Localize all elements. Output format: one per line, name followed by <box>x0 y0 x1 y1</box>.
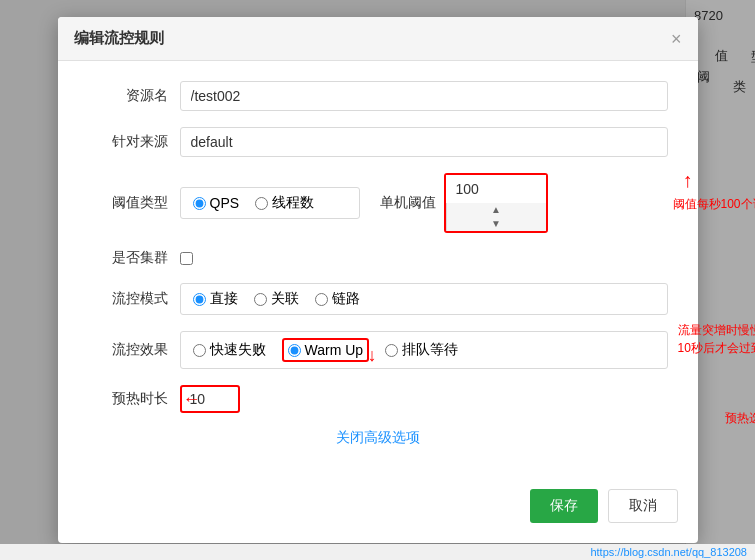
resource-input[interactable] <box>180 81 668 111</box>
threshold-type-options: QPS 线程数 <box>180 187 360 219</box>
warmup-down-arrow: ↓ <box>368 345 377 366</box>
annotation-warmup: 流量突增时慢慢的涨，经过 10秒后才会过到阈值100 <box>678 321 756 357</box>
source-label: 针对来源 <box>88 133 168 151</box>
fast-fail-radio[interactable] <box>193 344 206 357</box>
modal-body: 资源名 针对来源 阈值类型 QPS 线程数 <box>58 61 698 477</box>
threshold-type-label: 阈值类型 <box>88 194 168 212</box>
preheat-label: 预热时长 <box>88 390 168 408</box>
queue-label: 排队等待 <box>402 341 458 359</box>
annotation-warmup-seconds: 10秒后才会过到阈值100 <box>678 339 756 357</box>
single-threshold-label: 单机阈值 <box>380 194 436 212</box>
chain-option[interactable]: 链路 <box>315 290 360 308</box>
close-advanced-link[interactable]: 关闭高级选项 <box>336 429 420 445</box>
modal-overlay: 编辑流控规则 × 资源名 针对来源 阈值类型 QPS <box>0 0 755 560</box>
flow-effect-options: 快速失败 Warm Up 排队等待 <box>180 331 668 369</box>
modal-footer: 保存 取消 <box>58 477 698 543</box>
flow-effect-row: 流控效果 快速失败 Warm Up 排队等待 <box>88 331 668 369</box>
annotation-preheat: 预热选项 <box>725 410 756 427</box>
fast-fail-label: 快速失败 <box>210 341 266 359</box>
fast-fail-option[interactable]: 快速失败 <box>193 341 266 359</box>
flow-mode-label: 流控模式 <box>88 290 168 308</box>
cluster-row: 是否集群 <box>88 249 668 267</box>
thread-radio[interactable] <box>255 197 268 210</box>
url-bar: https://blog.csdn.net/qq_813208 <box>0 544 755 560</box>
threshold-spinner: ▲ ▼ <box>446 203 546 231</box>
warmup-radio[interactable] <box>288 344 301 357</box>
resource-label: 资源名 <box>88 87 168 105</box>
associate-radio[interactable] <box>254 293 267 306</box>
qps-option[interactable]: QPS <box>193 195 240 211</box>
warmup-option[interactable]: Warm Up <box>282 338 370 362</box>
associate-label: 关联 <box>271 290 299 308</box>
save-button[interactable]: 保存 <box>530 489 598 523</box>
qps-radio[interactable] <box>193 197 206 210</box>
threshold-increment[interactable]: ▲ <box>447 203 546 217</box>
close-button[interactable]: × <box>671 30 682 48</box>
cluster-label: 是否集群 <box>88 249 168 267</box>
close-advanced-wrapper: 关闭高级选项 <box>88 429 668 447</box>
queue-radio[interactable] <box>385 344 398 357</box>
direct-radio[interactable] <box>193 293 206 306</box>
modal-title: 编辑流控规则 <box>74 29 164 48</box>
modal-header: 编辑流控规则 × <box>58 17 698 61</box>
flow-mode-options: 直接 关联 链路 <box>180 283 668 315</box>
modal-dialog: 编辑流控规则 × 资源名 针对来源 阈值类型 QPS <box>58 17 698 543</box>
source-input[interactable] <box>180 127 668 157</box>
warmup-label: Warm Up <box>305 342 364 358</box>
queue-option[interactable]: 排队等待 <box>385 341 458 359</box>
cancel-button[interactable]: 取消 <box>608 489 678 523</box>
threshold-type-row: 阈值类型 QPS 线程数 单机阈值 ▲ ▼ <box>88 173 668 233</box>
flow-effect-label: 流控效果 <box>88 341 168 359</box>
threshold-input[interactable] <box>446 175 546 203</box>
flow-mode-row: 流控模式 直接 关联 链路 <box>88 283 668 315</box>
associate-option[interactable]: 关联 <box>254 290 299 308</box>
annotation-threshold: ↑ 阈值每秒100个请求 <box>673 165 756 213</box>
preheat-arrow: ← <box>183 389 201 410</box>
thread-option[interactable]: 线程数 <box>255 194 314 212</box>
qps-label: QPS <box>210 195 240 211</box>
direct-label: 直接 <box>210 290 238 308</box>
source-row: 针对来源 <box>88 127 668 157</box>
threshold-input-wrapper: ▲ ▼ <box>444 173 548 233</box>
annotation-warmup-flow: 流量突增时慢慢的涨，经过 <box>678 321 756 339</box>
preheat-row: 预热时长 ← 预热选项 ↓ <box>88 385 668 413</box>
chain-label: 链路 <box>332 290 360 308</box>
thread-label: 线程数 <box>272 194 314 212</box>
threshold-decrement[interactable]: ▼ <box>447 217 546 231</box>
resource-row: 资源名 <box>88 81 668 111</box>
annotation-threshold-text: 阈值每秒100个请求 <box>673 195 756 213</box>
chain-radio[interactable] <box>315 293 328 306</box>
direct-option[interactable]: 直接 <box>193 290 238 308</box>
cluster-checkbox[interactable] <box>180 252 193 265</box>
